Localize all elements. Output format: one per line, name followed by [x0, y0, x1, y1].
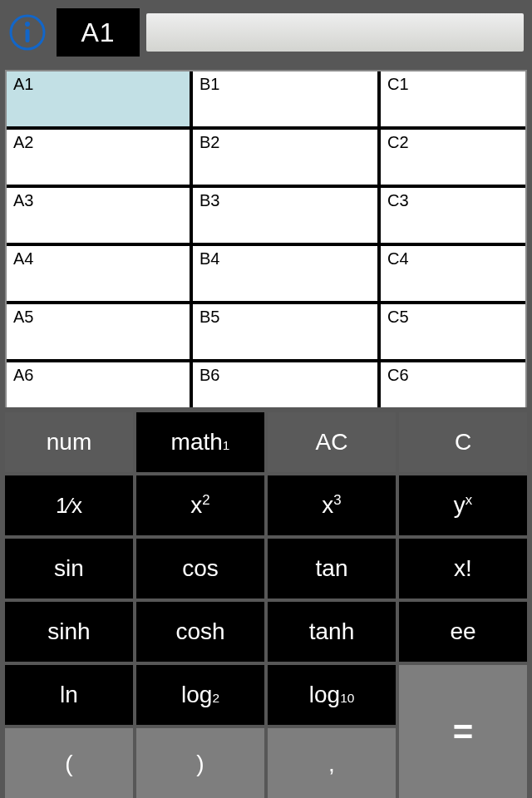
ee-button[interactable]: ee	[399, 602, 527, 662]
log10-sub: 10	[340, 691, 354, 706]
cell-c4[interactable]: C4	[381, 246, 527, 301]
svg-rect-2	[26, 29, 30, 42]
equals-button[interactable]: =	[399, 665, 527, 798]
math-sub: 1	[223, 438, 230, 453]
num-mode-button[interactable]: num	[5, 412, 133, 472]
cell-b3[interactable]: B3	[193, 188, 377, 243]
clear-button[interactable]: C	[399, 412, 527, 472]
log2-button[interactable]: log2	[136, 665, 264, 725]
cell-c5[interactable]: C5	[381, 304, 527, 359]
y-power-x-button[interactable]: yx	[399, 475, 527, 535]
x2-sup: 2	[202, 492, 209, 509]
cell-b6[interactable]: B6	[193, 362, 377, 407]
cell-a4[interactable]: A4	[7, 246, 190, 301]
cell-c2[interactable]: C2	[381, 130, 527, 185]
log2-sub: 2	[212, 691, 219, 706]
cell-b2[interactable]: B2	[193, 130, 377, 185]
info-button[interactable]	[5, 10, 50, 55]
log2-base: log	[181, 682, 212, 708]
formula-input[interactable]	[146, 13, 524, 52]
math-label: math	[171, 429, 223, 456]
header-bar: A1	[0, 0, 532, 65]
right-paren-button[interactable]: )	[136, 728, 264, 798]
log10-button[interactable]: log10	[268, 665, 396, 725]
tan-button[interactable]: tan	[268, 539, 396, 598]
x-cubed-button[interactable]: x3	[268, 475, 396, 535]
x3-base: x	[322, 492, 333, 519]
left-paren-button[interactable]: (	[5, 728, 133, 798]
x-squared-button[interactable]: x2	[136, 475, 264, 535]
reciprocal-label: 1⁄x	[56, 493, 82, 519]
yx-base: y	[454, 492, 466, 519]
info-icon	[8, 13, 47, 52]
x3-sup: 3	[333, 492, 341, 509]
comma-button[interactable]: ,	[268, 728, 396, 798]
log10-base: log	[309, 682, 340, 708]
cell-b1[interactable]: B1	[193, 71, 377, 126]
spreadsheet-area: A1 B1 C1 A2 B2 C2 A3 B3 C3 A4 B4 C4 A5 B…	[0, 65, 532, 407]
cell-a3[interactable]: A3	[7, 188, 190, 243]
cell-b4[interactable]: B4	[193, 246, 377, 301]
keypad-grid: num math1 AC C 1⁄x x2 x3 yx sin cos tan …	[5, 412, 527, 793]
cell-c6[interactable]: C6	[381, 362, 527, 407]
spreadsheet-grid: A1 B1 C1 A2 B2 C2 A3 B3 C3 A4 B4 C4 A5 B…	[5, 70, 527, 407]
yx-sup: x	[466, 492, 472, 509]
cell-b5[interactable]: B5	[193, 304, 377, 359]
cell-a5[interactable]: A5	[7, 304, 190, 359]
sinh-button[interactable]: sinh	[5, 602, 133, 662]
tanh-button[interactable]: tanh	[268, 602, 396, 662]
cell-c1[interactable]: C1	[381, 71, 527, 126]
sin-button[interactable]: sin	[5, 539, 133, 598]
cell-a2[interactable]: A2	[7, 130, 190, 185]
math-mode-button[interactable]: math1	[136, 412, 264, 472]
x2-base: x	[190, 492, 202, 519]
all-clear-button[interactable]: AC	[268, 412, 396, 472]
reciprocal-button[interactable]: 1⁄x	[5, 475, 133, 535]
svg-point-1	[25, 22, 30, 27]
cell-reference-display: A1	[57, 8, 140, 57]
cell-a1[interactable]: A1	[7, 71, 190, 126]
cosh-button[interactable]: cosh	[136, 602, 264, 662]
keypad-area: num math1 AC C 1⁄x x2 x3 yx sin cos tan …	[0, 407, 532, 798]
factorial-button[interactable]: x!	[399, 539, 527, 598]
cell-a6[interactable]: A6	[7, 362, 190, 407]
ln-button[interactable]: ln	[5, 665, 133, 725]
cell-c3[interactable]: C3	[381, 188, 527, 243]
cos-button[interactable]: cos	[136, 539, 264, 598]
